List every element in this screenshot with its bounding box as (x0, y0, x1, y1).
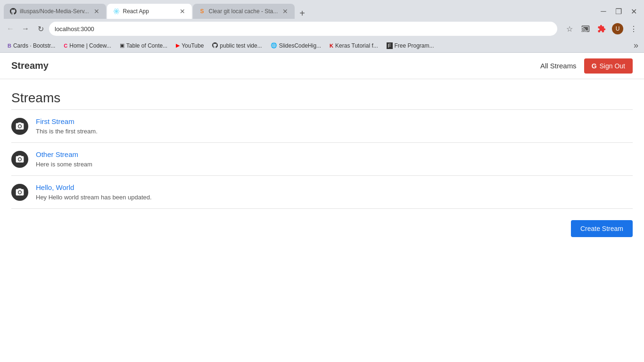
bookmark-slides-label: SlidesCodeHig... (279, 42, 321, 49)
forward-button[interactable]: → (19, 22, 32, 35)
bookmark-codew[interactable]: C Home | Codew... (60, 41, 115, 50)
github-public-favicon-icon (212, 42, 218, 49)
bookmark-keras[interactable]: K Keras Tutorial f... (326, 41, 382, 50)
freeprog-favicon-icon: F (387, 42, 393, 49)
stream-item-2[interactable]: Hello, World Hey Hello world stream has … (11, 176, 633, 209)
bookmark-public-test-video[interactable]: public test vide... (208, 41, 265, 50)
bookmark-star-button[interactable]: ☆ (563, 22, 576, 35)
keras-favicon-icon: K (330, 43, 333, 49)
reload-button[interactable]: ↻ (34, 22, 47, 35)
address-input[interactable] (49, 22, 557, 36)
close-window-button[interactable]: ✕ (627, 5, 640, 18)
sign-out-label: Sign Out (600, 62, 625, 70)
address-bar-row: ← → ↻ ☆ U ⋮ (0, 19, 644, 39)
page-title: Streams (11, 90, 633, 106)
main-area: Streams First Stream This is the first s… (0, 79, 644, 248)
stream-info-2: Hello, World Hey Hello world stream has … (36, 183, 152, 201)
browser-action-buttons: ☆ U ⋮ (563, 22, 640, 35)
app-navbar: Streamy All Streams G Sign Out (0, 53, 644, 79)
github-favicon-icon (9, 8, 17, 15)
stream-desc-0: This is the first stream. (36, 128, 98, 135)
tab-illuspas-close[interactable]: ✕ (93, 8, 100, 15)
stacko-favicon-icon: S (198, 8, 206, 15)
page-content: Streamy All Streams G Sign Out Streams (0, 53, 644, 362)
maximize-button[interactable]: ❐ (612, 5, 625, 18)
minimize-button[interactable]: ─ (597, 5, 610, 18)
bookmark-youtube-label: YouTube (182, 42, 204, 49)
stream-desc-1: Here is some stream (36, 161, 92, 168)
tab-stackoverflow-label: Clear git local cache - Sta... (209, 8, 278, 15)
menu-button[interactable]: ⋮ (627, 22, 640, 35)
bookmark-table-of-contents[interactable]: ▣ Table of Conte... (116, 41, 171, 50)
stream-info-1: Other Stream Here is some stream (36, 150, 92, 168)
nav-right: All Streams G Sign Out (540, 58, 633, 74)
tab-illuspas-label: illuspas/Node-Media-Serv... (20, 8, 89, 15)
bookmark-toc-label: Table of Conte... (126, 42, 167, 49)
youtube-favicon-icon: ▶ (176, 42, 180, 49)
bookmark-youtube[interactable]: ▶ YouTube (172, 41, 207, 50)
bookmarks-bar: B Cards · Bootstr... C Home | Codew... ▣… (0, 39, 644, 53)
bookmark-free-program[interactable]: F Free Program... (383, 41, 438, 50)
window-controls: ─ ❐ ✕ (597, 5, 640, 18)
bookmark-cards-label: Cards · Bootstr... (13, 42, 55, 49)
bookmark-slidescodehig[interactable]: 🌐 SlidesCodeHig... (267, 41, 325, 50)
cast-button[interactable] (579, 22, 592, 35)
tab-react-app-label: React App (123, 8, 175, 15)
bookmarks-more-button[interactable]: » (632, 41, 640, 50)
google-icon: G (592, 62, 597, 70)
bookmark-public-test-label: public test vide... (220, 42, 262, 49)
bookmark-codew-label: Home | Codew... (69, 42, 111, 49)
tab-stackoverflow[interactable]: S Clear git local cache - Sta... ✕ (193, 4, 295, 19)
back-button[interactable]: ← (4, 22, 17, 35)
slides-favicon-icon: 🌐 (271, 42, 277, 49)
stream-list: First Stream This is the first stream. O… (11, 110, 633, 209)
stream-name-0[interactable]: First Stream (36, 117, 98, 125)
stream-icon-0 (11, 118, 28, 135)
profile-button[interactable]: U (611, 22, 624, 35)
stream-name-1[interactable]: Other Stream (36, 150, 92, 158)
stream-info-0: First Stream This is the first stream. (36, 117, 98, 135)
app-brand: Streamy (11, 60, 49, 71)
stream-icon-2 (11, 184, 28, 201)
bookmark-cards-bootstrap[interactable]: B Cards · Bootstr... (4, 41, 59, 50)
toc-favicon-icon: ▣ (120, 42, 124, 49)
tab-illuspas[interactable]: illuspas/Node-Media-Serv... ✕ (4, 4, 106, 19)
sign-out-button[interactable]: G Sign Out (584, 58, 633, 74)
create-btn-row: Create Stream (11, 220, 633, 237)
react-favicon-icon (113, 8, 120, 15)
all-streams-link[interactable]: All Streams (540, 62, 577, 70)
tab-react-app[interactable]: React App ✕ (107, 4, 192, 19)
stream-item-1[interactable]: Other Stream Here is some stream (11, 143, 633, 176)
codew-favicon-icon: C (64, 43, 67, 49)
bookmark-keras-label: Keras Tutorial f... (335, 42, 378, 49)
svg-point-0 (116, 10, 117, 12)
extensions-button[interactable] (595, 22, 608, 35)
stream-icon-1 (11, 151, 28, 168)
stream-desc-2: Hey Hello world stream has been updated. (36, 194, 152, 201)
stream-item-0[interactable]: First Stream This is the first stream. (11, 110, 633, 143)
tab-bar: illuspas/Node-Media-Serv... ✕ React App … (0, 0, 644, 19)
create-stream-button[interactable]: Create Stream (571, 220, 633, 237)
bootstrap-favicon-icon: B (8, 43, 11, 49)
tab-stackoverflow-close[interactable]: ✕ (281, 8, 289, 15)
stream-name-2[interactable]: Hello, World (36, 183, 152, 191)
tab-react-app-close[interactable]: ✕ (179, 8, 186, 15)
bookmark-freeprog-label: Free Program... (395, 42, 434, 49)
new-tab-button[interactable]: + (296, 8, 309, 19)
browser-window: illuspas/Node-Media-Serv... ✕ React App … (0, 0, 644, 362)
